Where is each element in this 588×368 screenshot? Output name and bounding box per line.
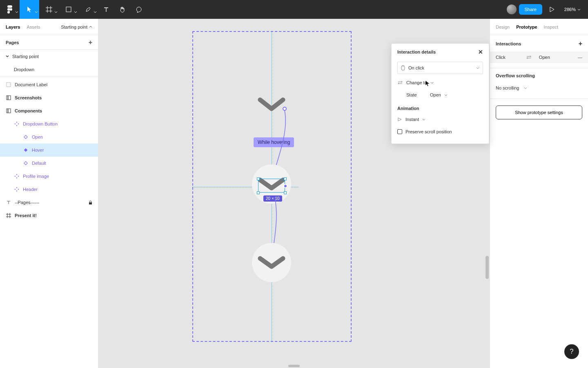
text-tool[interactable]: [98, 0, 114, 19]
shape-tool[interactable]: [59, 0, 78, 19]
svg-rect-11: [24, 148, 27, 152]
variant-default-circle[interactable]: [252, 243, 291, 282]
size-badge: 20 × 10: [263, 195, 282, 202]
avatar[interactable]: [507, 4, 517, 14]
svg-rect-19: [15, 189, 16, 190]
left-panel: Layers Assets Starting point Pages + Sta…: [0, 19, 98, 368]
interaction-details-popover: Interaction details ✕ On click Change to…: [391, 43, 489, 144]
canvas-scrollbar-vertical[interactable]: [486, 256, 489, 279]
frame-list-icon: [6, 95, 11, 101]
hand-tool[interactable]: [114, 0, 131, 19]
layer-dropdown-button[interactable]: Dropdown Button: [0, 117, 98, 130]
svg-rect-0: [66, 7, 71, 12]
trigger-dropdown[interactable]: On click: [397, 62, 483, 74]
text-icon: [6, 200, 11, 205]
comment-tool[interactable]: [131, 0, 147, 19]
layers-list: Document Label Screenshots Components Dr…: [0, 76, 98, 222]
svg-rect-21: [89, 202, 92, 204]
svg-rect-6: [16, 122, 18, 123]
layer-document-label[interactable]: Document Label: [0, 78, 98, 91]
present-button[interactable]: [545, 7, 559, 12]
layer-variant-hover[interactable]: Hover: [0, 144, 98, 157]
checkbox-icon: [397, 129, 402, 134]
layer-screenshots[interactable]: Screenshots: [0, 91, 98, 104]
show-prototype-settings-button[interactable]: Show prototype settings: [496, 105, 582, 119]
variant-icon: [23, 160, 29, 166]
action-dropdown[interactable]: Change to: [397, 76, 483, 89]
page-starting-point[interactable]: Starting point: [0, 50, 98, 63]
svg-rect-8: [15, 123, 16, 125]
add-page-button[interactable]: +: [89, 39, 92, 46]
tab-inspect[interactable]: Inspect: [544, 25, 558, 29]
page-dropdown[interactable]: Dropdown: [0, 63, 98, 76]
tab-layers[interactable]: Layers: [6, 25, 20, 29]
connection-handle[interactable]: [283, 107, 287, 111]
component-set-icon: [14, 173, 20, 179]
close-icon[interactable]: ✕: [478, 49, 483, 55]
layer-profile-image[interactable]: Profile image: [0, 170, 98, 183]
page-selector[interactable]: Starting point: [61, 25, 92, 29]
tab-assets[interactable]: Assets: [27, 25, 40, 29]
variant-icon: [23, 134, 29, 140]
svg-rect-15: [15, 176, 16, 177]
pages-header: Pages +: [0, 35, 98, 50]
layer-pages-divider[interactable]: --Pages------: [0, 196, 98, 209]
frame-list-icon: [6, 108, 11, 114]
selection-box: [258, 179, 285, 193]
svg-rect-9: [18, 123, 19, 125]
tab-prototype[interactable]: Prototype: [516, 25, 537, 29]
move-tool[interactable]: [20, 0, 39, 19]
figma-menu[interactable]: [0, 0, 20, 19]
top-toolbar: Share 286%: [0, 0, 588, 19]
svg-rect-4: [7, 109, 8, 113]
selection-handle-bl[interactable]: [257, 191, 260, 194]
layer-variant-open[interactable]: Open: [0, 130, 98, 144]
tab-design[interactable]: Design: [496, 25, 510, 29]
svg-rect-18: [16, 191, 18, 192]
component-set-icon: [14, 186, 20, 192]
pen-tool[interactable]: [78, 0, 98, 19]
interaction-row[interactable]: Click Open —: [490, 52, 588, 63]
animation-dropdown[interactable]: Instant: [397, 113, 483, 126]
add-interaction-button[interactable]: +: [579, 40, 582, 47]
overflow-dropdown[interactable]: No scrolling: [490, 82, 588, 94]
selection-handle-tr[interactable]: [284, 177, 287, 180]
svg-rect-17: [16, 187, 18, 188]
connection-node-right[interactable]: [283, 184, 287, 188]
lock-icon: [89, 200, 92, 205]
dashed-frame-icon: [6, 82, 11, 88]
canvas-scrollbar-horizontal[interactable]: [288, 365, 300, 367]
mouse-cursor: [425, 80, 430, 87]
interactions-section: Interactions + Click Open —: [490, 35, 588, 68]
svg-rect-16: [18, 176, 19, 177]
selection-handle-br[interactable]: [284, 191, 287, 194]
layer-header[interactable]: Header: [0, 183, 98, 196]
remove-interaction-button[interactable]: —: [578, 55, 582, 60]
share-button[interactable]: Share: [519, 4, 542, 15]
svg-rect-2: [7, 96, 8, 100]
animation-header: Animation: [397, 106, 483, 111]
instant-icon: [397, 117, 402, 122]
help-button[interactable]: ?: [564, 344, 579, 359]
frame-tool[interactable]: [39, 0, 59, 19]
preserve-scroll-checkbox[interactable]: Preserve scroll position: [397, 126, 483, 138]
chevron-down-icon: [476, 67, 479, 69]
zoom-control[interactable]: 286%: [562, 7, 583, 12]
overflow-section: Overflow scrolling No scrolling: [490, 68, 588, 99]
interaction-label[interactable]: While hovering: [254, 137, 294, 147]
svg-rect-1: [7, 83, 11, 87]
zoom-value: 286%: [564, 7, 576, 12]
right-panel: Design Prototype Inspect Interactions + …: [490, 19, 588, 368]
svg-rect-14: [16, 177, 18, 179]
layer-variant-default[interactable]: Default: [0, 157, 98, 170]
frame-icon: [6, 213, 11, 218]
svg-rect-7: [16, 125, 18, 126]
state-dropdown[interactable]: State Open: [397, 89, 483, 101]
variant-open[interactable]: [258, 96, 285, 113]
layer-components[interactable]: Components: [0, 104, 98, 117]
svg-rect-3: [8, 96, 11, 100]
layer-present-it[interactable]: Present it!: [0, 209, 98, 222]
component-set-icon: [14, 121, 20, 127]
selection-handle-tl[interactable]: [257, 177, 260, 180]
swap-icon: [397, 81, 403, 85]
